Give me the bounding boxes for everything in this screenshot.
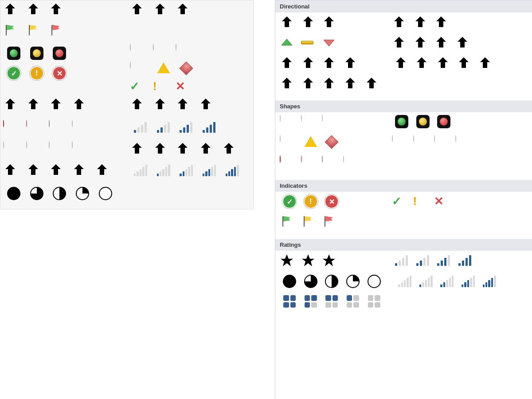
icon-set-4-ratings[interactable] <box>130 120 220 142</box>
x-circle-red-icon: ✕ <box>325 194 339 209</box>
star-half-icon <box>301 253 321 267</box>
exclaim-yellow-icon: ! <box>153 79 157 93</box>
icon-set-5-ratings[interactable] <box>130 163 243 184</box>
circle-green-icon <box>392 135 393 142</box>
arrow-up-green-icon <box>3 2 24 16</box>
section-header-directional: Directional <box>275 0 532 12</box>
arrow-down-gray-icon <box>95 163 116 177</box>
icon-set-3-signs[interactable] <box>280 135 341 154</box>
icon-set-5-arrows-colored[interactable] <box>130 142 243 163</box>
icon-set-5-boxes[interactable] <box>280 294 384 313</box>
arrow-down-red-icon <box>222 142 243 156</box>
circle-green-icon <box>130 61 131 69</box>
icon-set-5-arrows-gray[interactable] <box>3 163 116 184</box>
triangle-up-green-icon <box>280 36 299 50</box>
pie-75-icon <box>30 187 43 200</box>
arrow-up-gray-icon <box>130 2 151 16</box>
icon-set-5-arrows-colored[interactable] <box>280 76 384 95</box>
icon-set-red-to-black[interactable] <box>3 120 93 142</box>
icon-set-3-flags[interactable] <box>280 215 341 233</box>
arrow-downright-gray-icon <box>457 56 476 70</box>
arrow-upright-gray-icon <box>415 56 434 70</box>
arrow-right-yellow-icon <box>322 76 341 91</box>
icon-set-5-quarters[interactable] <box>280 274 384 292</box>
circle-red-icon <box>434 135 435 142</box>
arrow-up-green-icon <box>130 142 151 156</box>
icon-set-4-ratings[interactable] <box>392 253 475 272</box>
icon-set-3-traffic-lights-rimmed[interactable] <box>3 47 70 68</box>
arrow-upright-gray-icon <box>153 97 174 111</box>
arrow-up-gray-icon <box>392 36 411 50</box>
boxes-4-icon <box>283 295 296 308</box>
triangle-down-red-icon <box>322 36 341 50</box>
icon-set-4-traffic-lights[interactable] <box>3 142 93 163</box>
ball-silver-icon <box>49 120 50 127</box>
pie-50-icon <box>53 187 66 200</box>
icon-set-3-symbols-uncircled[interactable]: ✓ ! ✕ <box>392 194 454 213</box>
arrow-upright-gray-icon <box>26 163 47 177</box>
boxes-1-icon <box>347 295 359 308</box>
icon-set-4-arrows-colored[interactable] <box>3 97 93 119</box>
icon-set-5-arrows-gray[interactable] <box>394 56 498 75</box>
section-directional <box>275 12 532 100</box>
circle-yellow-icon <box>26 141 27 149</box>
arrow-down-red-icon <box>72 97 93 111</box>
arrow-down-gray-icon <box>455 36 475 50</box>
icon-set-4-arrows-gray[interactable] <box>392 36 475 54</box>
arrow-up-gray-icon <box>392 15 411 29</box>
ball-silver-icon <box>322 155 323 163</box>
arrow-upright-yellow-icon <box>153 142 174 156</box>
diamond-red-icon <box>325 135 339 149</box>
section-ratings <box>275 251 532 318</box>
icon-set-3-arrows-colored[interactable] <box>280 15 341 34</box>
arrow-down-red-icon <box>343 56 363 70</box>
arrow-up-green-icon <box>280 56 299 70</box>
section-header-shapes: Shapes <box>275 100 532 112</box>
icon-set-3-arrows-gray[interactable] <box>130 2 197 24</box>
circle-green-icon <box>280 115 281 122</box>
traffic-light-green-icon <box>395 115 408 128</box>
check-circle-green-icon: ✓ <box>282 194 297 209</box>
circle-green-icon <box>280 135 281 142</box>
boxes-2-icon <box>325 295 338 308</box>
signal-bars-2-icon <box>440 276 454 287</box>
check-green-icon: ✓ <box>130 79 140 93</box>
icon-set-3-triangles[interactable] <box>280 36 341 54</box>
arrow-right-yellow-icon <box>176 142 197 156</box>
icon-set-3-symbols-circled[interactable]: ✓ ! ✕ <box>280 194 341 213</box>
icon-set-3-stars[interactable] <box>280 253 341 272</box>
icon-set-4-arrows-gray[interactable] <box>130 97 220 119</box>
signal-bars-2-icon <box>157 122 170 133</box>
arrow-right-gray-icon <box>49 163 70 177</box>
check-circle-green-icon: ✓ <box>7 66 21 80</box>
arrow-downright-yellow-icon <box>343 76 363 91</box>
section-header-indicators: Indicators <box>275 180 532 192</box>
icon-set-5-quarters[interactable] <box>3 186 116 207</box>
pie-0-icon <box>99 187 112 200</box>
arrow-downright-yellow-icon <box>49 97 70 111</box>
traffic-light-red-icon <box>53 47 66 60</box>
icon-set-3-traffic-lights-rimmed[interactable] <box>392 115 454 134</box>
arrow-upright-yellow-icon <box>301 76 321 91</box>
arrow-right-gray-icon <box>153 2 174 16</box>
icon-set-3-traffic-lights-unrimmed[interactable] <box>280 115 341 134</box>
arrow-up-gray-icon <box>3 163 24 177</box>
icon-set-3-arrows-gray[interactable] <box>392 15 454 34</box>
icon-set-5-ratings[interactable] <box>395 274 499 292</box>
ball-pink-icon <box>301 155 302 163</box>
exclaim-yellow-icon: ! <box>413 194 417 208</box>
icon-set-3-arrows-colored[interactable] <box>3 2 70 24</box>
arrow-right-gray-icon <box>413 15 433 29</box>
signal-bars-3-icon <box>180 122 193 133</box>
icon-set-red-to-black[interactable] <box>280 156 363 174</box>
signal-bars-3-icon <box>462 276 475 287</box>
triangle-yellow-icon <box>305 136 317 147</box>
arrow-down-gray-icon <box>176 2 197 16</box>
icon-set-4-traffic-lights[interactable] <box>392 135 475 154</box>
arrow-downright-gray-icon <box>72 163 93 177</box>
icon-set-4-arrows-colored[interactable] <box>280 56 363 75</box>
circle-black-icon <box>455 135 456 142</box>
signal-bars-4-icon <box>226 165 239 176</box>
icon-set-3-symbols-circled[interactable]: ✓ ! ✕ <box>3 66 70 87</box>
icon-set-3-flags[interactable] <box>3 24 70 45</box>
